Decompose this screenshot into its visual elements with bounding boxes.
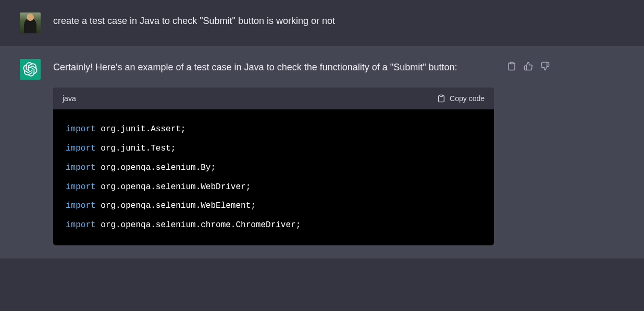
thumbs-down-button[interactable] <box>540 61 550 71</box>
user-message-text: create a test case in Java to check "Sub… <box>53 14 550 29</box>
thumbs-up-button[interactable] <box>523 61 534 71</box>
thumbs-up-icon <box>524 61 533 71</box>
user-message-block: create a test case in Java to check "Sub… <box>0 0 644 46</box>
message-actions <box>506 59 550 245</box>
copy-message-button[interactable] <box>506 61 517 71</box>
assistant-message-block: Certainly! Here's an example of a test c… <box>0 46 644 258</box>
clipboard-icon <box>507 61 516 71</box>
message-inner: create a test case in Java to check "Sub… <box>0 13 644 33</box>
thumbs-down-icon <box>540 61 550 71</box>
user-avatar-image <box>20 13 41 33</box>
clipboard-icon <box>437 94 445 103</box>
svg-rect-1 <box>510 63 513 64</box>
svg-rect-0 <box>440 95 442 96</box>
openai-logo-icon <box>23 62 38 77</box>
code-block: java Copy code import org.junit.Assert; … <box>53 88 494 245</box>
copy-code-label: Copy code <box>450 93 485 104</box>
code-language-label: java <box>63 93 76 104</box>
assistant-avatar <box>20 59 41 80</box>
user-message-content: create a test case in Java to check "Sub… <box>53 13 550 33</box>
assistant-intro-text: Certainly! Here's an example of a test c… <box>53 60 494 75</box>
user-avatar <box>20 13 41 33</box>
copy-code-button[interactable]: Copy code <box>437 93 485 104</box>
code-header: java Copy code <box>53 88 494 109</box>
code-content[interactable]: import org.junit.Assert; import org.juni… <box>53 109 494 245</box>
message-inner: Certainly! Here's an example of a test c… <box>0 59 644 245</box>
assistant-message-content: Certainly! Here's an example of a test c… <box>53 59 494 245</box>
